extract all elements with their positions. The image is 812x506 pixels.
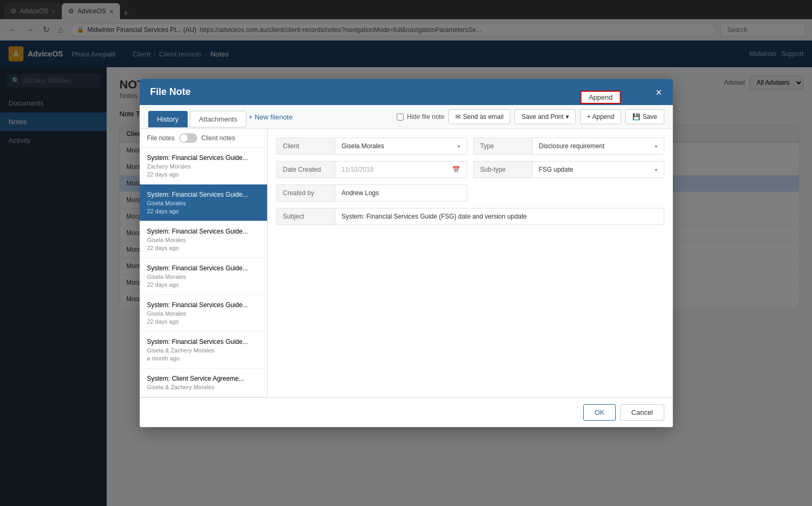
- created-by-label: Created by: [277, 185, 335, 201]
- detail-row-subtype: Sub-type FSG update ▾: [473, 161, 664, 178]
- note-time: 22 days ago: [147, 171, 260, 178]
- ok-button[interactable]: OK: [583, 404, 616, 421]
- detail-grid: Client Gisela Morales ▾ Type Disclosure …: [276, 138, 664, 225]
- new-filenote-button[interactable]: + New filenote: [248, 113, 293, 121]
- detail-row-client: Client Gisela Morales ▾: [276, 138, 467, 155]
- detail-row-created-by: Created by Andrew Logs: [276, 184, 467, 202]
- subject-value: System: Financial Services Guide (FSG) d…: [335, 208, 664, 224]
- note-list-item[interactable]: System: Financial Services Guide... Gise…: [140, 184, 267, 221]
- note-title: System: Financial Services Guide...: [147, 338, 260, 346]
- hide-file-note-label: Hide file note: [407, 113, 444, 121]
- note-title: System: Financial Services Guide...: [147, 301, 260, 309]
- file-notes-label: File notes: [147, 134, 175, 142]
- note-toggle[interactable]: [179, 133, 197, 143]
- note-client: Gisela Morales: [147, 274, 260, 280]
- note-list-item[interactable]: System: Financial Services Guide... Gise…: [140, 332, 267, 368]
- modal-title: File Note: [150, 86, 191, 98]
- modal-footer: OK Cancel: [140, 397, 673, 427]
- note-list-item[interactable]: System: Financial Services Guide... Gise…: [140, 221, 267, 258]
- subject-label: Subject: [277, 208, 335, 224]
- dropdown-arrow-save-print: ▾: [566, 113, 569, 121]
- date-label: Date Created: [277, 162, 335, 178]
- note-client: Zachery Morales: [147, 163, 260, 170]
- type-value[interactable]: Disclosure requirement ▾: [533, 138, 664, 154]
- client-dropdown-arrow: ▾: [457, 143, 460, 149]
- tab-history[interactable]: History: [148, 111, 188, 127]
- client-value[interactable]: Gisela Morales ▾: [335, 138, 467, 154]
- note-time: 22 days ago: [147, 208, 260, 214]
- note-client: Gisela Morales: [147, 310, 260, 317]
- note-list-item[interactable]: System: Financial Services Guide... Zach…: [140, 148, 267, 184]
- save-icon: 💾: [632, 113, 640, 121]
- modal-close-button[interactable]: ×: [656, 87, 662, 98]
- type-label: Type: [474, 138, 533, 154]
- note-time: 22 days ago: [147, 245, 260, 251]
- note-title: System: Financial Services Guide...: [147, 228, 260, 235]
- note-list: File notes Client notes System: Financia…: [140, 129, 268, 397]
- save-and-print-button[interactable]: Save and Print ▾: [514, 109, 576, 124]
- note-title: System: Client Service Agreeme...: [147, 375, 260, 382]
- note-list-item[interactable]: System: Financial Services Guide... Gise…: [140, 258, 267, 295]
- modal-header: File Note ×: [140, 79, 673, 105]
- save-button[interactable]: 💾 Save: [625, 109, 664, 124]
- detail-row-date: Date Created 11/10/2018 📅: [276, 161, 467, 178]
- hide-file-note-checkbox[interactable]: [397, 114, 404, 121]
- note-client: Gisela Morales: [147, 237, 260, 243]
- modal-body: File notes Client notes System: Financia…: [140, 129, 673, 397]
- client-notes-label: Client notes: [202, 134, 235, 142]
- note-list-item[interactable]: System: Client Service Agreeme... Gisela…: [140, 368, 267, 397]
- hide-file-note-container: Hide file note: [397, 113, 444, 121]
- note-list-item[interactable]: System: Financial Services Guide... Gise…: [140, 295, 267, 332]
- note-title: System: Financial Services Guide...: [147, 191, 260, 198]
- file-note-modal: File Note × History Attachments + New fi…: [140, 79, 673, 427]
- send-as-email-button[interactable]: ✉ Send as email: [448, 109, 510, 124]
- detail-row-subject: Subject System: Financial Services Guide…: [276, 208, 664, 225]
- toggle-thumb: [180, 134, 188, 142]
- note-list-toggle-row: File notes Client notes: [140, 129, 267, 148]
- note-client: Gisela Morales: [147, 200, 260, 206]
- modal-overlay: File Note × History Attachments + New fi…: [0, 0, 812, 506]
- subtype-label: Sub-type: [474, 162, 533, 178]
- created-by-value: Andrew Logs: [335, 185, 467, 201]
- note-detail: Client Gisela Morales ▾ Type Disclosure …: [268, 129, 673, 397]
- note-time: 22 days ago: [147, 318, 260, 325]
- subtype-value[interactable]: FSG update ▾: [533, 162, 664, 178]
- email-icon: ✉: [455, 113, 461, 121]
- client-label: Client: [277, 138, 335, 154]
- append-button[interactable]: + Append Append: [580, 109, 621, 124]
- subtype-dropdown-arrow: ▾: [655, 167, 657, 173]
- calendar-icon[interactable]: 📅: [452, 166, 460, 173]
- note-title: System: Financial Services Guide...: [147, 154, 260, 162]
- note-client: Gisela & Zachery Morales: [147, 384, 260, 390]
- note-title: System: Financial Services Guide...: [147, 264, 260, 272]
- tab-attachments[interactable]: Attachments: [190, 111, 246, 127]
- date-value[interactable]: 11/10/2018 📅: [335, 162, 467, 178]
- type-dropdown-arrow: ▾: [655, 143, 657, 149]
- note-list-items: System: Financial Services Guide... Zach…: [140, 148, 267, 397]
- cancel-button[interactable]: Cancel: [620, 404, 664, 421]
- note-time: 22 days ago: [147, 282, 260, 288]
- note-time: a month ago: [147, 355, 260, 362]
- note-client: Gisela & Zachery Morales: [147, 347, 260, 354]
- detail-row-type: Type Disclosure requirement ▾: [473, 138, 664, 155]
